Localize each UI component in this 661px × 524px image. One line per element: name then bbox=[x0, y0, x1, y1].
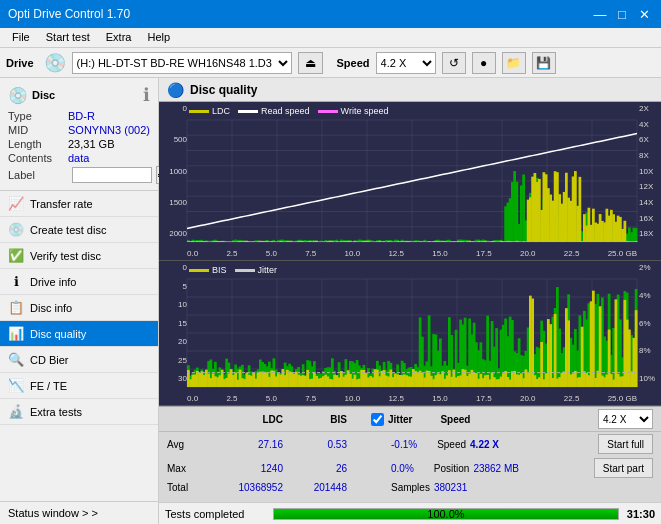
y2-label-0: 0 bbox=[161, 263, 187, 272]
avg-label: Avg bbox=[167, 439, 207, 450]
sidebar-item-drive-info[interactable]: ℹ Drive info bbox=[0, 269, 158, 295]
total-label: Total bbox=[167, 482, 207, 493]
menu-start-test[interactable]: Start test bbox=[38, 30, 98, 45]
menu-file[interactable]: File bbox=[4, 30, 38, 45]
y-label-18x: 18X bbox=[639, 229, 659, 238]
start-part-button[interactable]: Start part bbox=[594, 458, 653, 478]
y-label-2000: 2000 bbox=[161, 229, 187, 238]
y-label-0: 0 bbox=[161, 104, 187, 113]
sidebar-item-cd-bier[interactable]: 🔍 CD Bier bbox=[0, 347, 158, 373]
sidebar-item-disc-info[interactable]: 📋 Disc info bbox=[0, 295, 158, 321]
save-button[interactable]: 💾 bbox=[532, 52, 556, 74]
y-label-1500: 1500 bbox=[161, 198, 187, 207]
disc-info-table: Type BD-R MID SONYNN3 (002) Length 23,31… bbox=[8, 110, 150, 184]
maximize-button[interactable]: □ bbox=[613, 5, 631, 23]
sidebar-item-transfer-rate[interactable]: 📈 Transfer rate bbox=[0, 191, 158, 217]
chart1-legend: LDC Read speed Write speed bbox=[189, 106, 388, 116]
menu-help[interactable]: Help bbox=[139, 30, 178, 45]
drive-info-label: Drive info bbox=[30, 276, 76, 288]
status-window-button[interactable]: Status window > > bbox=[0, 501, 158, 524]
sidebar-item-fe-te[interactable]: 📉 FE / TE bbox=[0, 373, 158, 399]
disc-length-value: 23,31 GB bbox=[68, 138, 114, 150]
menu-extra[interactable]: Extra bbox=[98, 30, 140, 45]
title-bar: Opti Drive Control 1.70 — □ ✕ bbox=[0, 0, 661, 28]
start-full-button[interactable]: Start full bbox=[598, 434, 653, 454]
y-label-1000: 1000 bbox=[161, 167, 187, 176]
drive-select[interactable]: (H:) HL-DT-ST BD-RE WH16NS48 1.D3 bbox=[72, 52, 292, 74]
fe-te-icon: 📉 bbox=[8, 378, 24, 393]
avg-bis: 0.53 bbox=[287, 439, 347, 450]
disc-info-icon: ℹ bbox=[143, 84, 150, 106]
progress-percent: 100.0% bbox=[427, 508, 464, 520]
verify-test-disc-icon: ✅ bbox=[8, 248, 24, 263]
stats-max-row: Max 1240 26 0.0% Position 23862 MB Start… bbox=[159, 456, 661, 480]
status-bar: Tests completed 100.0% 31:30 bbox=[159, 502, 661, 524]
sidebar-item-verify-test-disc[interactable]: ✅ Verify test disc bbox=[0, 243, 158, 269]
main-layout: 💿 Disc ℹ Type BD-R MID SONYNN3 (002) Len… bbox=[0, 78, 661, 524]
refresh-button[interactable]: ↺ bbox=[442, 52, 466, 74]
disc-contents-row: Contents data bbox=[8, 152, 150, 164]
avg-speed-val: 4.22 X bbox=[470, 439, 499, 450]
y-label-10x: 10X bbox=[639, 167, 659, 176]
y2-label-10pct: 10% bbox=[639, 374, 659, 383]
legend-ldc-color bbox=[189, 110, 209, 113]
create-test-disc-icon: 💿 bbox=[8, 222, 24, 237]
folder-button[interactable]: 📁 bbox=[502, 52, 526, 74]
disc-info-nav-icon: 📋 bbox=[8, 300, 24, 315]
disc-quality-panel: 🔵 Disc quality LDC Re bbox=[159, 78, 661, 502]
disc-type-value: BD-R bbox=[68, 110, 95, 122]
cd-bier-icon: 🔍 bbox=[8, 352, 24, 367]
chart1-x-labels: 0.0 2.5 5.0 7.5 10.0 12.5 15.0 17.5 20.0… bbox=[187, 249, 637, 258]
y-label-2x: 2X bbox=[639, 104, 659, 113]
disc-mid-value: SONYNN3 (002) bbox=[68, 124, 150, 136]
jitter-checkbox[interactable] bbox=[371, 413, 384, 426]
close-button[interactable]: ✕ bbox=[635, 5, 653, 23]
legend-bis-color bbox=[189, 269, 209, 272]
sidebar: 💿 Disc ℹ Type BD-R MID SONYNN3 (002) Len… bbox=[0, 78, 159, 524]
samples-val: 380231 bbox=[434, 482, 467, 493]
window-controls: — □ ✕ bbox=[591, 5, 653, 23]
record-button[interactable]: ● bbox=[472, 52, 496, 74]
charts-container: LDC Read speed Write speed 2000 bbox=[159, 102, 661, 406]
cd-bier-label: CD Bier bbox=[30, 354, 69, 366]
y2-label-2pct: 2% bbox=[639, 263, 659, 272]
fe-te-label: FE / TE bbox=[30, 380, 67, 392]
y2-label-30: 30 bbox=[161, 374, 187, 383]
y-label-4x: 4X bbox=[639, 120, 659, 129]
status-time: 31:30 bbox=[627, 508, 655, 520]
sidebar-item-create-test-disc[interactable]: 💿 Create test disc bbox=[0, 217, 158, 243]
speed-select[interactable]: 4.2 X bbox=[376, 52, 436, 74]
legend-read-speed: Read speed bbox=[238, 106, 310, 116]
disc-label-key: Label bbox=[8, 169, 68, 181]
eject-button[interactable]: ⏏ bbox=[298, 52, 323, 74]
drive-icon: 💿 bbox=[44, 52, 66, 74]
legend-bis: BIS bbox=[189, 265, 227, 275]
menu-bar: File Start test Extra Help bbox=[0, 28, 661, 48]
sidebar-item-disc-quality[interactable]: 📊 Disc quality bbox=[0, 321, 158, 347]
speed-dropdown[interactable]: 4.2 X bbox=[598, 409, 653, 429]
drive-info-icon: ℹ bbox=[8, 274, 24, 289]
legend-read-speed-label: Read speed bbox=[261, 106, 310, 116]
chart2-y-labels-right: 10% 8% 6% 4% 2% bbox=[637, 261, 661, 385]
legend-bis-label: BIS bbox=[212, 265, 227, 275]
avg-ldc: 27.16 bbox=[211, 439, 283, 450]
extra-tests-label: Extra tests bbox=[30, 406, 82, 418]
y2-label-15: 15 bbox=[161, 319, 187, 328]
drive-bar: Drive 💿 (H:) HL-DT-ST BD-RE WH16NS48 1.D… bbox=[0, 48, 661, 78]
disc-length-row: Length 23,31 GB bbox=[8, 138, 150, 150]
legend-write-speed: Write speed bbox=[318, 106, 389, 116]
disc-label-input[interactable] bbox=[72, 167, 152, 183]
ldc-canvas bbox=[159, 102, 661, 260]
total-ldc: 10368952 bbox=[211, 482, 283, 493]
stats-header-jitter: Jitter bbox=[388, 414, 412, 425]
bis-canvas bbox=[159, 261, 661, 405]
y-label-14x: 14X bbox=[639, 198, 659, 207]
samples-label: Samples bbox=[391, 482, 430, 493]
y-label-6x: 6X bbox=[639, 135, 659, 144]
status-text: Tests completed bbox=[165, 508, 265, 520]
minimize-button[interactable]: — bbox=[591, 5, 609, 23]
sidebar-item-extra-tests[interactable]: 🔬 Extra tests bbox=[0, 399, 158, 425]
max-ldc: 1240 bbox=[211, 463, 283, 474]
stats-header-speed: Speed bbox=[440, 414, 470, 425]
legend-write-speed-color bbox=[318, 110, 338, 113]
